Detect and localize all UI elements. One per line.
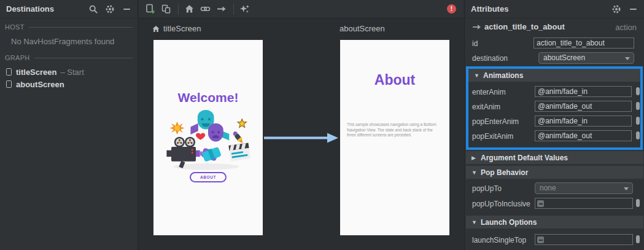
chevron-down-icon: ▼ [471,219,479,225]
argument-defaults-section-title: Argument Default Values [481,154,568,162]
graph-item-start-suffix: – Start [60,68,83,77]
movie-illustration [162,109,254,171]
popexitanim-resource-picker[interactable] [636,131,640,139]
fragment-icon [6,80,12,88]
popuptoinclusive-field [535,198,633,209]
selected-action-type: action [615,23,637,32]
fragment-icon [6,68,12,76]
home-icon [152,25,160,33]
about-body-text: This sample showcases navigation using a… [347,122,441,138]
popupto-label: popUpTo [472,184,502,193]
pop-behavior-section-title: Pop Behavior [481,168,528,177]
enteranim-label: enterAnim [472,88,506,96]
action-arrow-icon [472,24,481,30]
deep-link-icon[interactable] [200,4,211,14]
tickets-icon [201,147,222,162]
auto-arrange-icon[interactable] [239,4,250,14]
titlescreen-label-text: titleScreen [163,24,201,33]
destinations-panel-title: Destinations [6,4,82,14]
star-icon [238,119,246,128]
host-section-header: HOST [5,23,133,31]
welcome-heading: Welcome! [153,90,263,105]
navigation-editor: Destinations HOST No NavHostFragments fo… [0,0,644,250]
enteranim-input[interactable]: @anim/fade_in [535,86,632,97]
titlescreen-label[interactable]: titleScreen [152,23,201,34]
id-input[interactable]: action_title_to_about [533,37,634,49]
selected-action-header: action_title_to_about action [465,21,644,33]
destinations-panel: Destinations HOST No NavHostFragments fo… [0,0,138,250]
graph-section-header: GRAPH [5,54,133,61]
error-badge-icon[interactable]: ! [447,4,456,14]
animations-section-title: Animations [483,71,523,80]
chevron-down-icon: ▼ [474,72,481,79]
popuptoinclusive-label: popUpToInclusive [472,200,530,208]
graph-item-name: aboutScreen [16,80,64,89]
graph-section-label: GRAPH [5,54,30,61]
canvas-toolbar: ! [139,0,464,18]
nested-graph-icon[interactable] [161,4,171,14]
animations-section-header[interactable]: ▼ Animations [468,69,641,82]
new-destination-icon[interactable] [145,4,155,14]
aboutscreen-label[interactable]: aboutScreen [339,23,385,34]
id-label: id [472,39,478,48]
host-section-label: HOST [5,23,25,31]
titlescreen-destination[interactable]: Welcome! [153,40,263,235]
starburst-icon [169,122,185,135]
launchsingletop-resource-picker[interactable] [636,235,640,243]
graph-item-titlescreen[interactable]: titleScreen – Start [6,66,84,77]
popenteranim-input[interactable]: @anim/fade_in [535,115,632,127]
toolbar-separator [233,4,234,15]
destinations-panel-header: Destinations [0,0,138,18]
graph-item-name: titleScreen [16,68,56,77]
action-arrow-title-to-about[interactable] [263,133,339,143]
popexitanim-label: popExitAnim [472,132,513,141]
minimize-icon[interactable] [122,4,131,14]
action-icon[interactable] [216,4,227,14]
chevron-right-icon: ▶ [471,155,479,161]
popexitanim-input[interactable]: @anim/fade_out [535,130,632,141]
argument-defaults-section-header[interactable]: ▶ Argument Default Values [466,151,643,164]
exitanim-label: exitAnim [472,103,500,111]
rocket-icon [232,130,244,144]
tragedy-mask-icon [208,123,223,142]
popupto-dropdown[interactable]: none [535,182,633,194]
popuptoinclusive-checkbox[interactable] [537,200,544,207]
popuptoinclusive-resource-picker[interactable] [636,199,640,207]
gear-icon[interactable] [105,4,115,14]
launchsingletop-field [535,234,633,245]
exitanim-input[interactable]: @anim/fade_out [535,101,632,112]
about-heading: About [340,72,449,88]
launch-options-section-title: Launch Options [481,218,537,227]
destination-dropdown[interactable]: aboutScreen [538,52,634,64]
launchsingletop-label: launchSingleTop [472,236,526,244]
attributes-panel-header: Attributes [465,0,644,18]
clapperboard-icon [228,143,250,162]
host-empty-message: No NavHostFragments found [11,37,114,46]
launch-options-section-header[interactable]: ▼ Launch Options [466,216,643,229]
section-divider [29,27,133,28]
attributes-panel: Attributes action_title_to_about action … [464,0,644,250]
exitanim-resource-picker[interactable] [636,102,640,110]
gear-icon[interactable] [611,4,621,14]
assign-start-icon[interactable] [184,4,195,14]
graph-item-aboutscreen[interactable]: aboutScreen [6,79,68,90]
heart-icon [196,133,205,140]
chevron-down-icon: ▼ [471,170,479,176]
design-canvas: ! titleScreen Welcome! [139,0,464,250]
launchsingletop-checkbox[interactable] [537,236,544,243]
section-divider [34,58,133,58]
destination-label: destination [472,54,508,63]
aboutscreen-destination[interactable]: About This sample showcases navigation u… [340,40,449,235]
enteranim-resource-picker[interactable] [636,87,640,95]
popenteranim-resource-picker[interactable] [636,117,640,125]
about-button[interactable]: ABOUT [190,172,227,182]
pop-behavior-section-header[interactable]: ▼ Pop Behavior [466,166,643,179]
search-icon[interactable] [88,4,98,14]
minimize-icon[interactable] [628,4,638,14]
popenteranim-label: popEnterAnim [472,117,519,126]
toolbar-separator [178,4,179,15]
aboutscreen-label-text: aboutScreen [339,24,385,33]
selected-action-name: action_title_to_about [484,22,565,31]
attributes-panel-title: Attributes [471,4,605,14]
